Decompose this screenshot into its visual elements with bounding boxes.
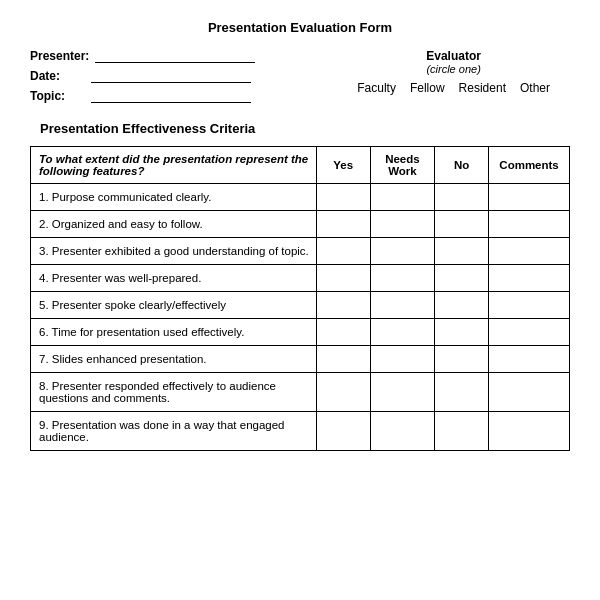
table-row: 4. Presenter was well-prepared. bbox=[31, 265, 570, 292]
yes-cell[interactable] bbox=[316, 346, 370, 373]
left-fields: Presenter: Date: Topic: bbox=[30, 49, 255, 103]
yes-cell[interactable] bbox=[316, 319, 370, 346]
topic-label: Topic: bbox=[30, 89, 85, 103]
presenter-row: Presenter: bbox=[30, 49, 255, 63]
needs-cell[interactable] bbox=[370, 211, 435, 238]
needs-cell[interactable] bbox=[370, 412, 435, 451]
date-label: Date: bbox=[30, 69, 85, 83]
yes-cell[interactable] bbox=[316, 238, 370, 265]
question-cell: 2. Organized and easy to follow. bbox=[31, 211, 317, 238]
header-no: No bbox=[435, 147, 489, 184]
comments-cell[interactable] bbox=[489, 238, 570, 265]
comments-cell[interactable] bbox=[489, 319, 570, 346]
section-title: Presentation Effectiveness Criteria bbox=[40, 121, 570, 136]
table-row: 9. Presentation was done in a way that e… bbox=[31, 412, 570, 451]
comments-cell[interactable] bbox=[489, 292, 570, 319]
question-cell: 6. Time for presentation used effectivel… bbox=[31, 319, 317, 346]
table-row: 5. Presenter spoke clearly/effectively bbox=[31, 292, 570, 319]
option-other[interactable]: Other bbox=[520, 81, 550, 95]
no-cell[interactable] bbox=[435, 373, 489, 412]
comments-cell[interactable] bbox=[489, 184, 570, 211]
presenter-label: Presenter: bbox=[30, 49, 89, 63]
table-row: 3. Presenter exhibited a good understand… bbox=[31, 238, 570, 265]
header-needs: Needs Work bbox=[370, 147, 435, 184]
evaluator-title: Evaluator bbox=[357, 49, 550, 63]
option-faculty[interactable]: Faculty bbox=[357, 81, 396, 95]
needs-cell[interactable] bbox=[370, 265, 435, 292]
no-cell[interactable] bbox=[435, 238, 489, 265]
header-question: To what extent did the presentation repr… bbox=[31, 147, 317, 184]
needs-cell[interactable] bbox=[370, 184, 435, 211]
no-cell[interactable] bbox=[435, 211, 489, 238]
no-cell[interactable] bbox=[435, 265, 489, 292]
question-cell: 7. Slides enhanced presentation. bbox=[31, 346, 317, 373]
yes-cell[interactable] bbox=[316, 412, 370, 451]
question-cell: 5. Presenter spoke clearly/effectively bbox=[31, 292, 317, 319]
table-row: 2. Organized and easy to follow. bbox=[31, 211, 570, 238]
table-row: 8. Presenter responded effectively to au… bbox=[31, 373, 570, 412]
evaluator-section: Evaluator (circle one) Faculty Fellow Re… bbox=[357, 49, 550, 95]
comments-cell[interactable] bbox=[489, 346, 570, 373]
topic-row: Topic: bbox=[30, 89, 255, 103]
option-resident[interactable]: Resident bbox=[459, 81, 506, 95]
yes-cell[interactable] bbox=[316, 184, 370, 211]
evaluator-subtitle: (circle one) bbox=[357, 63, 550, 75]
table-row: 1. Purpose communicated clearly. bbox=[31, 184, 570, 211]
option-fellow[interactable]: Fellow bbox=[410, 81, 445, 95]
comments-cell[interactable] bbox=[489, 373, 570, 412]
evaluator-options: Faculty Fellow Resident Other bbox=[357, 81, 550, 95]
question-cell: 4. Presenter was well-prepared. bbox=[31, 265, 317, 292]
yes-cell[interactable] bbox=[316, 292, 370, 319]
table-row: 7. Slides enhanced presentation. bbox=[31, 346, 570, 373]
question-cell: 9. Presentation was done in a way that e… bbox=[31, 412, 317, 451]
needs-cell[interactable] bbox=[370, 292, 435, 319]
question-cell: 1. Purpose communicated clearly. bbox=[31, 184, 317, 211]
date-input[interactable] bbox=[91, 69, 251, 83]
comments-cell[interactable] bbox=[489, 211, 570, 238]
date-row: Date: bbox=[30, 69, 255, 83]
comments-cell[interactable] bbox=[489, 412, 570, 451]
yes-cell[interactable] bbox=[316, 211, 370, 238]
page-title: Presentation Evaluation Form bbox=[30, 20, 570, 35]
needs-cell[interactable] bbox=[370, 319, 435, 346]
no-cell[interactable] bbox=[435, 184, 489, 211]
header-section: Presenter: Date: Topic: Evaluator (circl… bbox=[30, 49, 570, 103]
no-cell[interactable] bbox=[435, 319, 489, 346]
needs-cell[interactable] bbox=[370, 346, 435, 373]
question-cell: 8. Presenter responded effectively to au… bbox=[31, 373, 317, 412]
evaluation-table: To what extent did the presentation repr… bbox=[30, 146, 570, 451]
needs-cell[interactable] bbox=[370, 238, 435, 265]
no-cell[interactable] bbox=[435, 412, 489, 451]
comments-cell[interactable] bbox=[489, 265, 570, 292]
header-yes: Yes bbox=[316, 147, 370, 184]
needs-cell[interactable] bbox=[370, 373, 435, 412]
presenter-input[interactable] bbox=[95, 49, 255, 63]
header-comments: Comments bbox=[489, 147, 570, 184]
no-cell[interactable] bbox=[435, 292, 489, 319]
table-row: 6. Time for presentation used effectivel… bbox=[31, 319, 570, 346]
yes-cell[interactable] bbox=[316, 373, 370, 412]
question-cell: 3. Presenter exhibited a good understand… bbox=[31, 238, 317, 265]
topic-input[interactable] bbox=[91, 89, 251, 103]
yes-cell[interactable] bbox=[316, 265, 370, 292]
no-cell[interactable] bbox=[435, 346, 489, 373]
